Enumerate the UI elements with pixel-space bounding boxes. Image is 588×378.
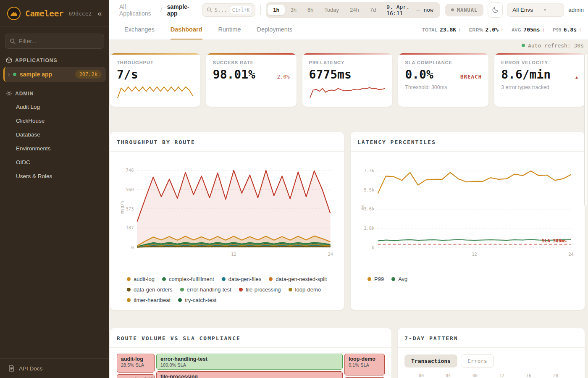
legend-dot-icon [289,288,292,291]
auto-refresh-indicator: Auto-refresh: 30s [110,40,585,51]
legend-item-complex-fulfillment: complex-fulfillment [162,276,214,282]
sidebar-item-users-roles[interactable]: Users & Roles [0,169,109,183]
time-range-today[interactable]: Today [319,5,344,15]
time-range-display[interactable]: 9. Apr. 16:11 – now [381,4,438,16]
treemap-cell-audit-log[interactable]: audit-log28.5% SLA [117,354,155,373]
time-separator: – [417,7,420,13]
theme-toggle-button[interactable] [488,3,503,18]
latency-sparkline [309,82,386,100]
toggle-errors[interactable]: Errors [461,354,494,368]
app-name: sample app [20,71,52,78]
app-title: Cameleer [25,9,64,18]
toggle-transactions[interactable]: Transactions [404,354,457,368]
legend-dot-icon [178,298,182,302]
throughput-by-route-chart: 01873735607461224msg/s [117,158,337,263]
treemap-cell-loop-demo[interactable]: loop-demo0.1% SLA [344,354,385,375]
sidebar-collapse-icon[interactable]: « [96,9,103,18]
sidebar-item-api-docs[interactable]: API Docs [0,358,109,378]
tab-runtime[interactable]: Runtime [218,20,241,39]
kpi-value: 8.6/min [501,68,551,81]
vertical-scrollbar-thumb[interactable] [584,53,588,206]
tab-exchanges[interactable]: Exchanges [124,20,155,39]
tab-dashboard[interactable]: Dashboard [171,20,202,39]
svg-text:0: 0 [131,245,134,250]
kpi-card-sla-compliance: SLA COMPLIANCE 0.0% BREACH Threshold: 30… [398,53,488,107]
legend-dot-icon [127,298,131,302]
latency-percentiles-chart: 01.8k3.6k5.5k7.3k1224msSLA 300ms [357,158,578,263]
stat-p99: P99 6.8s ↑ [553,26,582,33]
svg-text:746: 746 [126,168,134,173]
time-range-7d[interactable]: 7d [365,5,381,15]
sidebar-item-environments[interactable]: Environments [0,142,109,155]
legend-item-Avg: Avg [391,276,407,282]
search-icon [207,7,212,13]
time-range-3h[interactable]: 3h [285,5,302,15]
trend-up-icon: ▲ [575,75,578,79]
time-range-6h[interactable]: 6h [302,5,319,15]
tab-deployments[interactable]: Deployments [257,20,293,39]
sidebar-item-database[interactable]: Database [0,128,109,142]
refresh-status-dot [522,44,525,47]
time-range-24h[interactable]: 24h [344,5,365,15]
kpi-card-p99-latency: P99 LATENCY 6775ms – [302,53,393,107]
sidebar-header: Cameleer 69dcce2 « [0,0,109,27]
sidebar-item-sample-app[interactable]: › sample app 207.2k [3,67,106,82]
sidebar-item-clickhouse[interactable]: ClickHouse [0,114,109,128]
breadcrumb-root[interactable]: All Applications [119,3,155,17]
kpi-delta: – [190,74,194,80]
legend-item-error-handling-test: error-handling-test [180,286,231,293]
status-dot [13,73,16,76]
filter-placeholder: Filter... [19,38,37,45]
gear-icon [6,90,12,97]
kpi-value: 7/s [117,68,138,81]
svg-text:5.5k: 5.5k [364,187,375,192]
treemap-cell-error-handling-test[interactable]: error-handling-test100.0% SLA [156,354,343,370]
panel-7-day-pattern: 7-DAY PATTERN Transactions Errors 000408… [398,328,585,378]
sidebar-item-audit-log[interactable]: Audit Log [0,100,109,114]
user-menu[interactable]: admin [568,7,584,13]
chevron-right-icon[interactable]: › [8,71,10,77]
svg-text:24: 24 [328,252,333,257]
legend-item-audit-log: audit-log [127,276,155,282]
search-shortcut-kbd: Ctrl+K [230,6,252,14]
topbar-right-group: MANUAL All Envs ▾ admin [445,3,584,18]
legend-item-data-gen-files: data-gen-files [222,276,262,282]
moon-icon [492,6,499,13]
time-range-1h[interactable]: 1h [268,5,285,15]
legend-item-P99: P99 [368,276,384,282]
treemap-cell-file-processing[interactable]: file-processing30.1% SLA [156,371,343,378]
panel-title: THROUGHPUT BY ROUTE [117,139,195,145]
legend-dot-icon [127,277,131,281]
card-accent-bar [206,53,297,55]
sla-treemap: audit-log28.5% SLAcomplex-fulfil…0.0% SL… [117,354,385,378]
svg-text:12: 12 [231,252,236,257]
bottom-row: ROUTE VOLUME VS SLA COMPLIANCE audit-log… [110,328,585,378]
manual-mode-button[interactable]: MANUAL [445,4,483,16]
app-version: 69dcce2 [69,10,92,17]
sidebar-filter-input[interactable]: Filter... [5,34,104,49]
dashboard-content: Auto-refresh: 30s THROUGHPUT 7/s – SUCCE… [109,40,588,378]
kpi-subtext: 3 error types tracked [501,84,578,90]
panel-route-volume-sla: ROUTE VOLUME VS SLA COMPLIANCE audit-log… [110,328,391,378]
kpi-card-throughput: THROUGHPUT 7/s – [110,53,200,107]
card-accent-bar [302,53,393,55]
legend-item-data-gen-orders: data-gen-orders [127,286,173,293]
divider [260,5,261,15]
kpi-value: 98.01% [213,68,255,81]
throughput-sparkline [117,82,194,100]
arrow-up-icon: ↑ [579,27,581,33]
throughput-legend: audit-logcomplex-fulfillmentdata-gen-fil… [110,271,344,310]
card-accent-bar [494,53,585,55]
time-to: now [423,7,433,13]
global-search-input[interactable]: S... Ctrl+K [202,3,256,17]
kpi-row: THROUGHPUT 7/s – SUCCESS RATE 98.01% -2.… [110,53,585,107]
manual-status-dot [451,8,454,11]
legend-dot-icon [127,288,131,291]
sidebar-item-oidc[interactable]: OIDC [0,155,109,169]
legend-dot-icon [222,277,226,281]
treemap-cell-complex-fulfil[interactable]: complex-fulfil…0.0% SLA [117,374,155,378]
package-icon [6,57,12,63]
legend-item-loop-demo: loop-demo [289,286,321,293]
environment-select[interactable]: All Envs ▾ [507,3,564,17]
svg-text:12: 12 [472,252,477,257]
